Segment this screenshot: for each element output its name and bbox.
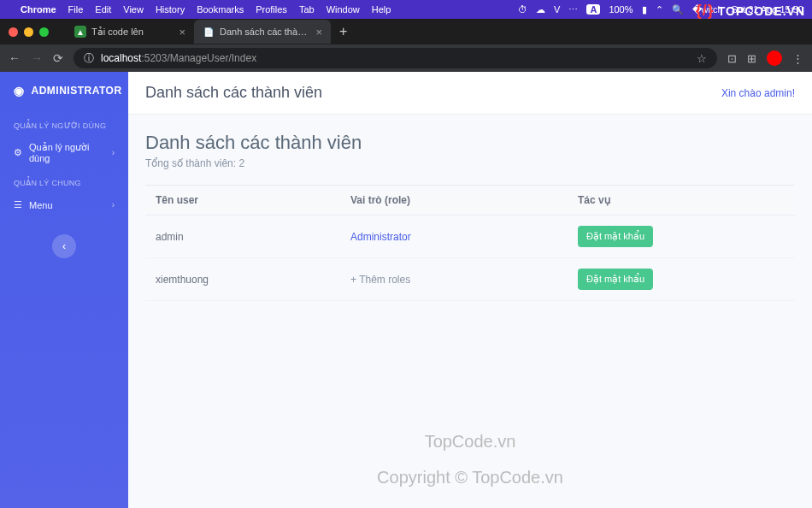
tab-title: Danh sách các thành viên — [220, 27, 310, 37]
menubar-window[interactable]: Window — [327, 4, 360, 15]
chevron-right-icon: › — [112, 148, 115, 157]
gear-icon: ⚙ — [14, 147, 22, 158]
tab-close-icon[interactable]: × — [179, 26, 185, 38]
sidebar: ◉ ADMINISTRATOR QUẢN LÝ NGƯỜI DÙNG ⚙ Quả… — [0, 72, 128, 508]
browser-tab-active[interactable]: 📄 Danh sách các thành viên × — [194, 20, 331, 44]
sidebar-section-label: QUẢN LÝ CHUNG — [0, 170, 128, 192]
menubar-edit[interactable]: Edit — [95, 4, 111, 15]
status-clock-icon[interactable]: ⏱ — [518, 4, 527, 15]
window-maximize[interactable] — [39, 27, 49, 37]
url-input[interactable]: ⓘ localhost:5203/ManageUser/Index ☆ — [74, 48, 717, 68]
search-icon[interactable]: 🔍 — [672, 4, 684, 15]
sidebar-brand[interactable]: ◉ ADMINISTRATOR — [0, 84, 128, 113]
browser-tabbar: ▲ Tải code lên × 📄 Danh sách các thành v… — [0, 19, 812, 44]
cast-icon[interactable]: ⊡ — [727, 52, 737, 65]
nav-forward-icon: → — [31, 51, 43, 65]
sidebar-collapse-button[interactable]: ‹ — [52, 234, 76, 258]
url-path: :5203/ManageUser/Index — [141, 52, 256, 64]
content-header-greeting[interactable]: Xin chào admin! — [721, 87, 795, 99]
watermark-copyright: Copyright © TopCode.vn — [377, 468, 563, 487]
browser-menu-icon[interactable]: ⋮ — [792, 52, 803, 65]
nav-reload-icon[interactable]: ⟳ — [53, 51, 63, 65]
content-body: Danh sách các thành viên Tổng số thành v… — [128, 115, 812, 508]
table-row: admin Administrator Đặt mật khẩu — [145, 216, 795, 258]
window-close[interactable] — [9, 27, 18, 37]
new-tab-button[interactable]: + — [331, 24, 356, 39]
tab-favicon: ▲ — [74, 26, 86, 38]
sidebar-item-label: Menu — [29, 200, 53, 210]
sidebar-item-label: Quản lý người dùng — [29, 142, 105, 163]
tab-close-icon[interactable]: × — [315, 26, 322, 38]
watermark-text: TopCode.vn — [425, 432, 516, 452]
table-row: xiemthuong + Thêm roles Đặt mật khẩu — [145, 258, 795, 301]
chevron-right-icon: › — [112, 200, 115, 210]
browser-tab[interactable]: ▲ Tải code lên × — [66, 20, 194, 44]
content-header: Danh sách các thành viên Xin chào admin! — [128, 72, 812, 115]
tab-favicon: 📄 — [203, 26, 215, 38]
dashboard-icon: ◉ — [14, 84, 25, 97]
set-password-button[interactable]: Đặt mật khẩu — [578, 269, 653, 290]
content-header-title: Danh sách các thành viên — [145, 84, 322, 102]
nav-back-icon[interactable]: ← — [9, 51, 21, 65]
menubar-file[interactable]: File — [68, 4, 84, 15]
menubar-profiles[interactable]: Profiles — [256, 4, 287, 15]
url-host: localhost — [101, 52, 141, 64]
cell-username: xiemthuong — [145, 258, 340, 301]
sidebar-section-label: QUẢN LÝ NGƯỜI DÙNG — [0, 113, 128, 135]
tab-title: Tải code lên — [91, 27, 174, 38]
chevron-left-icon: ‹ — [62, 240, 66, 252]
macos-menubar: Chrome File Edit View History Bookmarks … — [0, 0, 812, 19]
sidebar-item-users[interactable]: ⚙ Quản lý người dùng › — [0, 135, 128, 170]
table-header-action: Tác vụ — [568, 186, 795, 216]
users-table: Tên user Vai trò (role) Tác vụ admin Adm… — [145, 185, 795, 301]
window-minimize[interactable] — [24, 27, 33, 37]
table-header-username: Tên user — [145, 186, 340, 216]
menubar-bookmarks[interactable]: Bookmarks — [197, 4, 244, 15]
menubar-tab[interactable]: Tab — [299, 4, 315, 15]
menubar-history[interactable]: History — [156, 4, 185, 15]
watermark-logo: {/}TOPCODE.VN — [696, 2, 805, 20]
bluetooth-icon[interactable]: ⌃ — [656, 4, 663, 15]
page-subtitle: Tổng số thành viên: 2 — [145, 157, 795, 169]
window-controls — [9, 27, 49, 37]
battery-icon: ▮ — [642, 4, 647, 15]
status-v-badge[interactable]: V — [554, 4, 560, 15]
extensions-icon[interactable]: ⊞ — [747, 52, 756, 65]
status-cloud-icon[interactable]: ☁ — [536, 4, 545, 15]
page-title: Danh sách các thành viên — [145, 132, 795, 154]
role-link[interactable]: Administrator — [350, 231, 411, 243]
menubar-view[interactable]: View — [123, 4, 144, 15]
status-a-badge[interactable]: A — [586, 4, 600, 15]
bookmark-star-icon[interactable]: ☆ — [697, 52, 707, 65]
profile-avatar[interactable] — [767, 50, 782, 66]
menubar-app[interactable]: Chrome — [21, 4, 56, 15]
status-dots-icon[interactable]: ⋯ — [568, 4, 578, 15]
set-password-button[interactable]: Đặt mật khẩu — [578, 226, 653, 247]
main-content: Danh sách các thành viên Xin chào admin!… — [128, 72, 812, 508]
menu-icon: ☰ — [14, 199, 22, 210]
site-info-icon[interactable]: ⓘ — [84, 51, 94, 66]
browser-addressbar: ← → ⟳ ⓘ localhost:5203/ManageUser/Index … — [0, 44, 812, 72]
admin-app: ◉ ADMINISTRATOR QUẢN LÝ NGƯỜI DÙNG ⚙ Quả… — [0, 72, 812, 508]
add-roles-link[interactable]: + Thêm roles — [350, 274, 410, 286]
cell-username: admin — [145, 216, 340, 258]
brand-text: ADMINISTRATOR — [32, 85, 122, 97]
table-header-role: Vai trò (role) — [340, 186, 568, 216]
sidebar-item-menu[interactable]: ☰ Menu › — [0, 192, 128, 217]
status-battery[interactable]: 100% — [609, 4, 633, 15]
menubar-help[interactable]: Help — [372, 4, 391, 15]
